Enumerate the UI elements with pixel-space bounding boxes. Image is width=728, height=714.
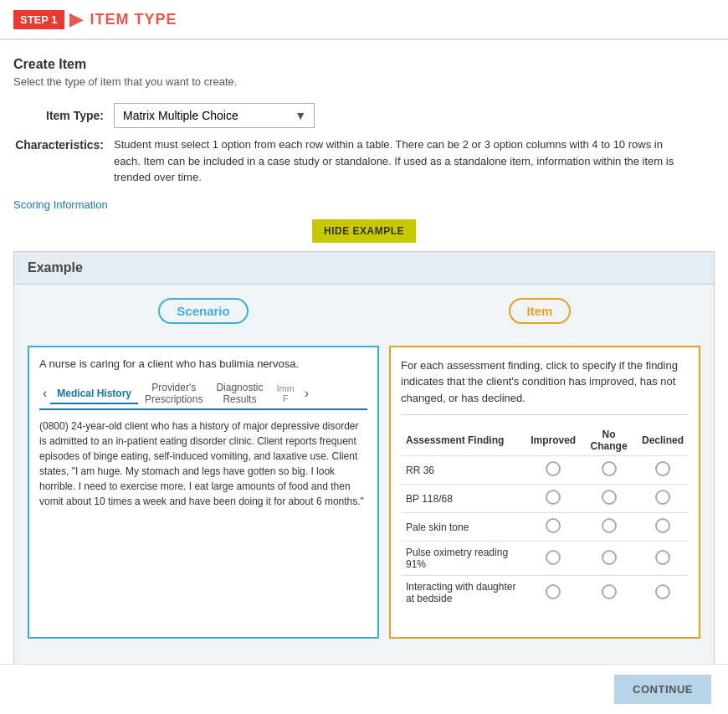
table-row: Interacting with daughter at bedside [401,576,689,610]
tabs-bar: ‹ Medical History Provider'sPrescription… [39,378,367,410]
item-instruction: For each assessment finding, click to sp… [401,357,689,416]
col-header-declined: Declined [637,425,689,456]
declined-cell[interactable] [637,485,689,513]
table-row: Pulse oximetry reading 91% [401,542,689,576]
col-header-finding: Assessment Finding [401,425,525,456]
tab-medical-history[interactable]: Medical History [50,384,138,404]
continue-button[interactable]: CONTINUE [614,675,711,704]
table-row: Pale skin tone [401,513,689,542]
item-type-dropdown-wrapper[interactable]: Matrix Multiple Choice ▼ [114,103,315,128]
item-box: For each assessment finding, click to sp… [389,346,700,639]
scenario-text: A nurse is caring for a client who has b… [39,357,367,370]
scenario-label-wrap: Scenario [28,298,379,324]
declined-cell[interactable] [637,576,689,610]
no-change-radio[interactable] [602,518,617,533]
declined-cell[interactable] [637,456,689,485]
declined-radio[interactable] [655,490,670,505]
declined-radio[interactable] [655,461,670,476]
no-change-radio[interactable] [602,550,617,565]
example-body: A nurse is caring for a client who has b… [14,332,714,652]
characteristics-row: Characteristics: Student must select 1 o… [13,136,715,186]
main-content: Create Item Select the type of item that… [0,40,728,683]
improved-cell[interactable] [525,576,581,610]
col-header-no-change: No Change [581,425,637,456]
declined-radio[interactable] [655,584,670,599]
no-change-radio[interactable] [602,461,617,476]
page-title: ITEM TYPE [90,11,177,28]
matrix-table: Assessment Finding Improved No Change De… [401,425,689,609]
improved-radio[interactable] [546,461,561,476]
no-change-cell[interactable] [581,485,637,513]
item-type-row: Item Type: Matrix Multiple Choice ▼ [13,103,715,128]
bubble-labels-row: Scenario Item [28,298,700,324]
characteristics-label: Characteristics: [13,136,114,152]
improved-cell[interactable] [525,542,581,576]
footer: CONTINUE [0,664,728,714]
tab-providers-prescriptions[interactable]: Provider'sPrescriptions [138,378,209,408]
scenario-column: A nurse is caring for a client who has b… [28,346,379,639]
item-type-label: Item Type: [13,109,114,122]
hide-example-button[interactable]: HIDE EXAMPLE [312,219,416,243]
scenario-bubble: Scenario [158,298,248,324]
item-type-select[interactable]: Matrix Multiple Choice [114,103,315,128]
finding-cell: BP 118/68 [401,485,525,513]
improved-cell[interactable] [525,456,581,485]
step-badge: STEP 1 [13,10,64,29]
declined-radio[interactable] [655,518,670,533]
example-header: Example [14,252,714,285]
no-change-radio[interactable] [602,490,617,505]
no-change-cell[interactable] [581,576,637,610]
no-change-cell[interactable] [581,456,637,485]
item-column: For each assessment finding, click to sp… [379,346,700,639]
declined-cell[interactable] [637,513,689,542]
scenario-box: A nurse is caring for a client who has b… [28,346,379,639]
arrow-icon: ▶ [69,8,84,30]
col-header-improved: Improved [525,425,581,456]
declined-radio[interactable] [655,550,670,565]
create-item-title: Create Item [13,57,715,72]
scenario-content: (0800) 24-year-old client who has a hist… [39,419,367,509]
table-header-row: Assessment Finding Improved No Change De… [401,425,689,456]
item-label-wrap: Item [379,298,700,324]
improved-radio[interactable] [546,518,561,533]
tab-imm-f[interactable]: ImmF [269,380,300,407]
finding-cell: RR 36 [401,456,525,485]
scoring-information-link[interactable]: Scoring Information [13,198,108,211]
improved-radio[interactable] [546,550,561,565]
table-row: BP 118/68 [401,485,689,513]
improved-cell[interactable] [525,513,581,542]
declined-cell[interactable] [637,542,689,576]
example-section: Example Scenario Item A nurse is caring … [13,251,715,666]
tab-next-button[interactable]: › [301,384,312,403]
finding-cell: Pale skin tone [401,513,525,542]
improved-radio[interactable] [546,584,561,599]
create-item-subtitle: Select the type of item that you want to… [13,75,715,88]
improved-cell[interactable] [525,485,581,513]
page-header: STEP 1 ▶ ITEM TYPE [0,0,728,40]
no-change-cell[interactable] [581,513,637,542]
tab-prev-button[interactable]: ‹ [39,384,50,403]
table-row: RR 36 [401,456,689,485]
no-change-cell[interactable] [581,542,637,576]
tab-diagnostic-results[interactable]: DiagnosticResults [209,378,269,408]
characteristics-text: Student must select 1 option from each r… [114,136,683,186]
finding-cell: Pulse oximetry reading 91% [401,542,525,576]
finding-cell: Interacting with daughter at bedside [401,576,525,610]
no-change-radio[interactable] [602,584,617,599]
item-bubble: Item [509,298,572,324]
improved-radio[interactable] [546,490,561,505]
